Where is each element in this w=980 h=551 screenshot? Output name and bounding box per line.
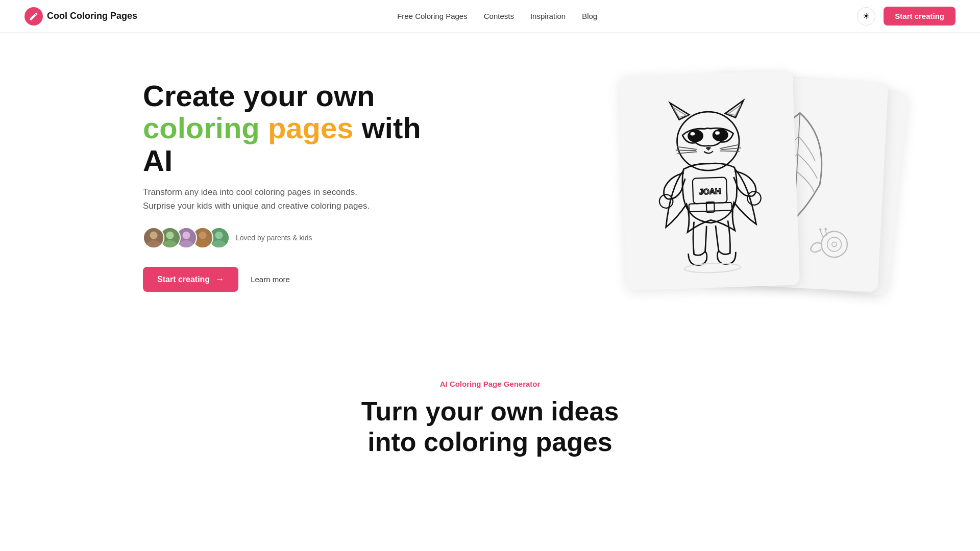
- svg-rect-42: [689, 203, 732, 212]
- navbar: Cool Coloring Pages Free Coloring Pages …: [0, 0, 980, 33]
- nav-blog[interactable]: Blog: [582, 12, 597, 20]
- svg-text:JOAH: JOAH: [699, 187, 721, 196]
- svg-point-16: [827, 237, 842, 252]
- logo-icon: [24, 7, 43, 26]
- svg-point-2: [166, 232, 174, 239]
- hero-social-proof: Loved by parents & kids: [143, 227, 429, 248]
- hero-left: Create your own coloring pages with AI T…: [143, 80, 429, 292]
- pencil-brush-icon: [29, 11, 39, 21]
- svg-point-17: [832, 242, 837, 247]
- learn-more-button[interactable]: Learn more: [251, 275, 290, 284]
- hero-actions: Start creating → Learn more: [143, 267, 429, 292]
- svg-point-39: [659, 194, 673, 208]
- section-ai-generator: AI Coloring Page Generator Turn your own…: [0, 339, 980, 478]
- hero-title-line2: coloring pages with AI: [143, 112, 429, 177]
- hero-word-pages: pages: [268, 111, 354, 144]
- avatar-1: [143, 227, 164, 248]
- logo-link[interactable]: Cool Coloring Pages: [24, 7, 137, 26]
- hero-start-creating-button[interactable]: Start creating →: [143, 267, 238, 292]
- arrow-right-icon: →: [215, 274, 224, 285]
- hero-title-line1: Create your own: [143, 79, 375, 112]
- svg-point-15: [821, 231, 848, 258]
- svg-line-18: [820, 231, 823, 237]
- svg-point-4: [182, 232, 190, 239]
- nav-links: Free Coloring Pages Contests Inspiration…: [397, 12, 597, 20]
- svg-point-5: [180, 240, 193, 248]
- nav-contests[interactable]: Contests: [484, 12, 514, 20]
- svg-point-22: [676, 111, 741, 171]
- hero-title: Create your own coloring pages with AI: [143, 80, 429, 177]
- svg-point-8: [215, 232, 223, 239]
- nav-right: ☀ Start creating: [857, 7, 955, 26]
- start-button-label: Start creating: [157, 275, 210, 284]
- hero-word-coloring: coloring: [143, 111, 260, 144]
- hero-illustration: S: [623, 73, 878, 298]
- svg-point-28: [712, 129, 728, 141]
- coloring-card-front: JOAH: [619, 70, 800, 291]
- svg-point-0: [150, 232, 157, 239]
- svg-point-6: [199, 232, 206, 239]
- social-proof-text: Loved by parents & kids: [236, 234, 312, 242]
- hero-description: Transform any idea into cool coloring pa…: [143, 185, 429, 213]
- section2-tag: AI Coloring Page Generator: [24, 380, 955, 388]
- hero-cat-coloring: JOAH: [619, 70, 800, 291]
- svg-line-31: [677, 146, 697, 150]
- svg-point-21: [824, 228, 827, 230]
- logo-text: Cool Coloring Pages: [47, 11, 137, 21]
- svg-point-7: [196, 240, 210, 248]
- svg-point-9: [212, 240, 226, 248]
- svg-point-1: [147, 240, 161, 248]
- svg-point-3: [163, 240, 177, 248]
- nav-free-coloring[interactable]: Free Coloring Pages: [397, 12, 468, 20]
- theme-toggle-button[interactable]: ☀: [857, 7, 875, 26]
- svg-line-33: [677, 152, 697, 154]
- avatar-group: [143, 227, 230, 248]
- hero-section: Create your own coloring pages with AI T…: [0, 33, 980, 339]
- svg-point-20: [819, 228, 822, 231]
- nav-inspiration[interactable]: Inspiration: [530, 12, 566, 20]
- section2-title: Turn your own ideas into coloring pages: [24, 396, 955, 458]
- nav-start-creating-button[interactable]: Start creating: [884, 7, 955, 26]
